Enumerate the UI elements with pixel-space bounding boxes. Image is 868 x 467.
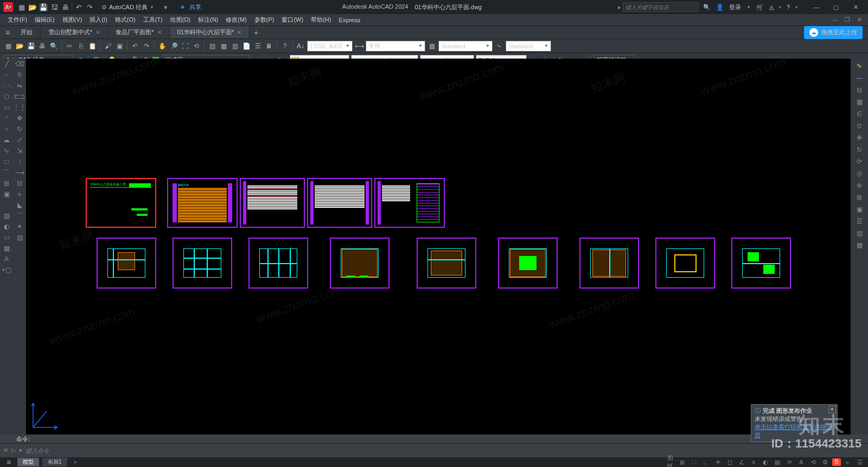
ime-icon[interactable]: S: [832, 458, 841, 466]
open-icon[interactable]: 📂: [15, 41, 24, 51]
sheet-plan-5[interactable]: [417, 238, 476, 289]
rp-icon[interactable]: ☰: [854, 216, 865, 227]
new-tab-button[interactable]: +: [250, 28, 263, 37]
menu-tools[interactable]: 工具(T): [140, 15, 166, 25]
explode-icon[interactable]: ✶: [13, 221, 26, 232]
ortho-icon[interactable]: ∟: [701, 459, 711, 465]
join-icon[interactable]: ⟡: [13, 189, 26, 200]
sheet-plan-3[interactable]: [248, 238, 308, 289]
grid-icon[interactable]: ⊞: [677, 459, 687, 466]
search-input[interactable]: [626, 4, 696, 10]
xline-icon[interactable]: ⟋: [0, 69, 13, 80]
sheet-notes-1[interactable]: [240, 178, 305, 228]
undo-icon[interactable]: ↶: [74, 3, 83, 11]
gradient-icon[interactable]: ◐: [0, 221, 13, 232]
cut-icon[interactable]: ✂: [65, 41, 74, 51]
login-label[interactable]: 登录: [729, 3, 741, 11]
draworder-icon[interactable]: ▤: [13, 232, 26, 243]
rp-icon[interactable]: ▣: [854, 204, 865, 215]
print-icon[interactable]: 🖶: [61, 3, 69, 11]
custom-icon[interactable]: ☰: [855, 459, 865, 466]
sheet-plan-2[interactable]: [173, 238, 232, 289]
tab-doc2[interactable]: 食品厂平面图*✕: [108, 27, 169, 38]
cmd-close-icon[interactable]: ✕: [3, 447, 8, 454]
doc-min-icon[interactable]: —: [831, 16, 840, 23]
pline-icon[interactable]: ⟋⟍: [0, 80, 13, 91]
app-switcher-icon[interactable]: ◬: [769, 4, 774, 11]
search-box[interactable]: ▸: [623, 2, 699, 12]
app-logo[interactable]: A▾: [3, 2, 13, 12]
new-icon[interactable]: ▦: [3, 41, 13, 51]
rp-icon[interactable]: ▦: [854, 97, 865, 107]
user-icon[interactable]: 👤: [716, 4, 724, 11]
close-button[interactable]: ✕: [846, 1, 865, 13]
save-icon[interactable]: 💾: [26, 41, 36, 51]
rect-icon[interactable]: ▭: [0, 102, 13, 113]
rp-icon[interactable]: ✎: [854, 61, 865, 72]
share-icon[interactable]: ✈: [180, 4, 185, 11]
polygon-icon[interactable]: ⬠: [0, 91, 13, 102]
paste-icon[interactable]: 📋: [87, 41, 97, 51]
rotate-icon[interactable]: ↻: [13, 124, 26, 135]
tpalette-icon[interactable]: ▥: [230, 41, 240, 51]
point-icon[interactable]: ·: [0, 200, 13, 210]
break-icon[interactable]: ⊟: [13, 178, 26, 189]
trim-icon[interactable]: ⟊: [13, 156, 26, 167]
minimize-button[interactable]: —: [807, 1, 826, 13]
dcenter-icon[interactable]: ▦: [219, 41, 228, 51]
props-icon[interactable]: ▤: [207, 41, 217, 51]
new-icon[interactable]: ▦: [17, 3, 26, 11]
menu-file[interactable]: 文件(F): [4, 15, 30, 25]
menu-dim[interactable]: 标注(N): [195, 15, 221, 25]
help-icon[interactable]: ?: [787, 4, 790, 10]
sheet-plan-9[interactable]: [731, 238, 791, 289]
textstyle-dropdown[interactable]: TSSD_AXIS▼: [307, 41, 353, 52]
open-icon[interactable]: 📂: [28, 3, 37, 11]
calc-icon[interactable]: 🖩: [264, 41, 274, 51]
rp-icon[interactable]: ↻: [854, 144, 865, 155]
rp-icon[interactable]: ⊟: [854, 85, 865, 95]
sheet-plan-7[interactable]: [579, 238, 639, 289]
menu-edit[interactable]: 编辑(E): [31, 15, 58, 25]
tab-doc3[interactable]: 01华科中心六层平面*✕: [170, 27, 250, 38]
table2-icon[interactable]: ▦: [0, 243, 13, 254]
ws-icon[interactable]: ⚙: [820, 459, 830, 466]
table-icon[interactable]: ▦: [427, 41, 437, 51]
close-icon[interactable]: ✕: [95, 29, 100, 35]
command-input[interactable]: [25, 447, 865, 454]
rp-icon[interactable]: —: [854, 73, 865, 84]
ellipse-icon[interactable]: ⬭: [0, 156, 13, 167]
anno-icon[interactable]: A: [796, 459, 806, 465]
mleader-icon[interactable]: ⤷: [494, 41, 504, 51]
tab-layout1[interactable]: 布局1: [42, 458, 67, 466]
move-icon[interactable]: ✥: [13, 113, 26, 124]
rp-icon[interactable]: ⊙: [854, 120, 865, 131]
menu-format[interactable]: 格式(O): [112, 15, 139, 25]
sheet-plan-6[interactable]: [498, 238, 558, 289]
sheet-notes-2[interactable]: [307, 178, 372, 228]
tab-doc1[interactable]: 雪山别墅新中式*✕: [41, 27, 108, 38]
copy-icon[interactable]: ⎘: [76, 41, 86, 51]
array-icon[interactable]: ⋮⋮: [13, 102, 26, 113]
rp-icon[interactable]: ◎: [854, 168, 865, 179]
ucs-icon[interactable]: [30, 398, 63, 430]
menu-view[interactable]: 视图(V): [59, 15, 86, 25]
sheet-plan-1[interactable]: [97, 238, 156, 289]
sheet-plan-4[interactable]: [330, 238, 390, 289]
scale-icon[interactable]: ⤢: [13, 135, 26, 145]
mirror-icon[interactable]: ⇋: [13, 80, 26, 91]
close-icon[interactable]: ✕: [237, 29, 241, 35]
workspace-dropdown[interactable]: ⚙ AutoCAD 经典 ▼: [98, 3, 157, 11]
erase-icon[interactable]: ⌫: [13, 59, 26, 69]
mtext-icon[interactable]: A: [0, 254, 13, 265]
saveas-icon[interactable]: 🖫: [50, 3, 59, 11]
paper-label[interactable]: 图纸: [665, 454, 675, 467]
block-icon[interactable]: ▣: [114, 41, 124, 51]
close-icon[interactable]: ✕: [157, 29, 162, 35]
qat-more-icon[interactable]: ▾: [162, 3, 170, 11]
mlstyle-dropdown[interactable]: Standard▼: [506, 41, 551, 52]
undo-icon[interactable]: ↶: [130, 41, 140, 51]
sheet-plan-8[interactable]: [655, 238, 715, 289]
circle-icon[interactable]: ○: [0, 124, 13, 135]
dim-icon[interactable]: ⟷: [354, 41, 364, 51]
